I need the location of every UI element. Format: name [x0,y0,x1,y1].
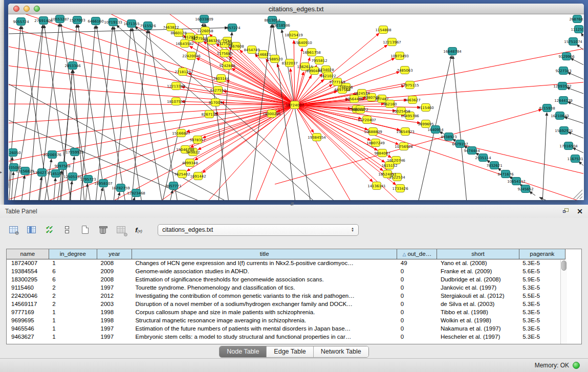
graph-edge[interactable] [571,58,583,65]
table-mode-button[interactable]: ⚙ [7,224,19,236]
column-header-short[interactable]: short [437,249,519,259]
create-column-button[interactable] [79,224,91,236]
graph-edge[interactable] [170,190,172,200]
graph-edge[interactable] [11,172,13,200]
graph-node-label: 1527003 [69,18,85,23]
graph-edge[interactable] [295,105,583,178]
graph-edge[interactable] [80,26,95,200]
tab-node-table[interactable]: Node Table [220,346,267,357]
graph-edge[interactable] [9,28,228,34]
graph-edge[interactable] [529,191,535,195]
control-panel-collapsed-strip[interactable]: ▸ [0,0,4,205]
disabled-table-icon [117,226,125,233]
select-all-columns-button[interactable]: ✔✔✔✔ [43,224,55,236]
table-row[interactable]: 1938455462009Genome-wide association stu… [7,267,565,275]
table-row[interactable]: 977716911998Corpus callosum shape and si… [7,308,565,316]
table-tab-bar: Node TableEdge TableNetwork Table [0,346,588,358]
graph-edge[interactable] [573,148,583,154]
graph-edge[interactable] [539,198,551,200]
graph-node-label: 18807249 [366,141,385,145]
column-header-out_de[interactable]: △out_de… [397,249,437,259]
network-table-select[interactable]: citations_edges.txt ▲▼ [158,224,359,236]
function-builder-button[interactable]: f(x) [133,224,145,236]
graph-edge[interactable] [453,56,467,200]
panel-expand-arrow-icon[interactable]: ▸ [0,170,2,174]
table-row[interactable]: 1872400712008Changes of HCN gene express… [7,259,565,267]
table-cell: 2 [49,292,97,300]
column-visibility-button[interactable] [25,224,37,236]
table-scrollbar[interactable] [560,260,567,344]
column-header-in_degree[interactable]: in_degree [49,249,97,259]
graph-node-label: 10756928 [395,145,413,149]
graph-node-label: 12213389 [167,84,185,89]
column-header-year[interactable]: year [97,249,132,259]
graph-edge[interactable] [295,45,583,105]
table-row[interactable]: 946554611997Estimation of the future num… [7,324,565,333]
graph-edge[interactable] [114,27,142,200]
graph-edge[interactable] [100,188,102,200]
graph-edge[interactable] [295,105,583,200]
graph-node-label: 16495786 [401,114,419,118]
graph-node-label: 9129966 [558,55,575,59]
table-cell: 2009 [97,267,132,275]
graph-edge[interactable] [133,198,135,200]
graph-node-label: 8267130 [201,113,217,117]
graph-edge[interactable] [96,27,113,200]
graph-edge[interactable] [581,33,583,39]
network-canvas[interactable]: 1872400790557242769140610553287152700364… [9,14,583,200]
row-height-button[interactable] [61,224,73,236]
table-row[interactable]: 946362711997Embryonic stem cells: a mode… [7,333,565,341]
table-cell: Changes of HCN gene expression and I(f) … [132,259,397,267]
graph-edge[interactable] [96,26,125,200]
graph-edge[interactable] [294,40,295,105]
table-row[interactable]: 969969511998Structural magnetic resonanc… [7,316,565,324]
graph-edge[interactable] [567,87,583,94]
graph-edge[interactable] [564,117,583,124]
graph-node-label: 12444139 [554,99,573,103]
window-resize-grip[interactable] [573,190,582,199]
column-header-pagerank[interactable]: pagerank [519,249,565,259]
column-header-name[interactable]: name [7,249,49,259]
delete-column-button[interactable] [97,224,109,236]
close-window-button[interactable] [13,6,19,12]
table-row[interactable]: 1830029562008Estimation of significance … [7,275,565,283]
graph-edge[interactable] [568,132,583,139]
graph-edge[interactable] [21,176,25,200]
graph-edge[interactable] [295,105,367,200]
graph-node-label: 7955812 [311,59,327,63]
column-header-title[interactable]: title [132,249,397,259]
minimize-window-button[interactable] [24,6,30,12]
graph-node-label: 16033809 [195,17,213,21]
graph-edge[interactable] [114,28,131,200]
graph-edge[interactable] [187,105,295,132]
table-row[interactable]: 911546021997Tourette syndrome. Phenomeno… [7,283,565,292]
table-panel-title: Table Panel [5,208,563,215]
tab-network-table[interactable]: Network Table [314,346,368,357]
graph-node-label: 18724007 [286,103,304,107]
table-row[interactable]: 2242004622012Investigating the contribut… [7,292,565,300]
graph-edge[interactable] [568,73,583,80]
graph-edge[interactable] [54,178,55,200]
scrollbar-thumb[interactable] [561,260,567,271]
graph-node-label: 8938923 [441,135,456,139]
table-row[interactable]: 1456911722003Disruption of a novel membe… [7,300,565,308]
graph-node-label: 9884067 [374,151,390,156]
graph-edge[interactable] [542,113,547,200]
graph-edge[interactable] [568,102,583,108]
graph-edge[interactable] [579,162,583,167]
tab-edge-table[interactable]: Edge Table [267,346,313,357]
network-window-titlebar[interactable]: citations_edges.txt [8,4,584,14]
table-cell: 5.3E-5 [519,300,565,308]
table-cell: 14569117 [7,300,49,308]
zoom-window-button[interactable] [34,6,40,12]
graph-edge[interactable] [295,48,302,105]
close-panel-icon[interactable]: ✕ [577,208,583,215]
float-panel-icon[interactable] [563,208,570,214]
citation-network-graph[interactable]: 1872400790557242769140610553287152700364… [9,14,583,200]
graph-node-label: 15692931 [555,129,573,133]
graph-node-label: 6466160 [88,19,103,24]
graph-edge[interactable] [295,105,373,182]
graph-node-label: 2053346 [64,64,81,68]
graph-edge[interactable] [577,45,583,51]
graph-edge[interactable] [9,104,295,105]
